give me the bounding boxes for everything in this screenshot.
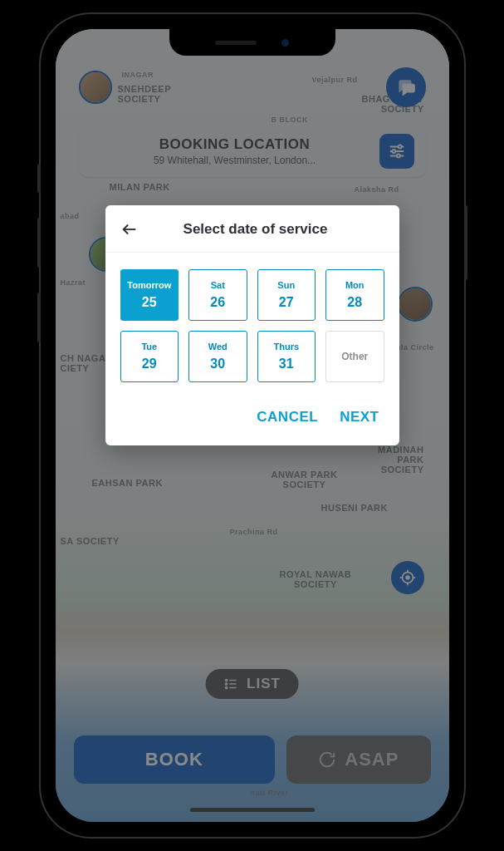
date-number: 26 xyxy=(210,295,225,310)
date-option-other[interactable]: Other xyxy=(325,331,384,382)
cancel-button[interactable]: CANCEL xyxy=(257,409,318,426)
date-number: 25 xyxy=(142,295,157,310)
date-label: Mon xyxy=(345,280,365,290)
date-number: 31 xyxy=(279,357,294,371)
phone-side-button-right xyxy=(464,205,467,280)
date-option[interactable]: Thurs31 xyxy=(257,331,316,382)
date-option[interactable]: Sun27 xyxy=(257,269,316,321)
phone-side-buttons-left xyxy=(37,164,41,367)
date-option[interactable]: Tomorrow25 xyxy=(120,269,179,321)
date-option[interactable]: Wed30 xyxy=(188,331,247,382)
date-option[interactable]: Mon28 xyxy=(325,269,384,321)
date-number: 27 xyxy=(279,295,294,310)
date-label: Thurs xyxy=(273,342,299,352)
date-picker-modal: Select date of service Tomorrow25Sat26Su… xyxy=(105,205,399,445)
date-label: Tue xyxy=(141,342,157,352)
date-label: Wed xyxy=(208,342,228,352)
screen: INAGAR SNEHDEEP SOCIETY B BLOCK BHAGYODA… xyxy=(56,29,449,822)
phone-notch xyxy=(169,29,335,56)
date-number: 30 xyxy=(210,357,225,371)
next-button[interactable]: NEXT xyxy=(340,409,379,426)
modal-title: Select date of service xyxy=(127,221,384,238)
date-option[interactable]: Tue29 xyxy=(120,331,179,382)
date-option[interactable]: Sat26 xyxy=(188,269,247,321)
phone-frame: INAGAR SNEHDEEP SOCIETY B BLOCK BHAGYODA… xyxy=(41,14,464,837)
date-label: Tomorrow xyxy=(127,280,171,290)
date-number: 29 xyxy=(142,357,157,371)
date-number: 28 xyxy=(347,295,362,310)
date-label: Sun xyxy=(277,280,295,290)
date-label: Other xyxy=(341,351,368,362)
date-label: Sat xyxy=(211,280,225,290)
